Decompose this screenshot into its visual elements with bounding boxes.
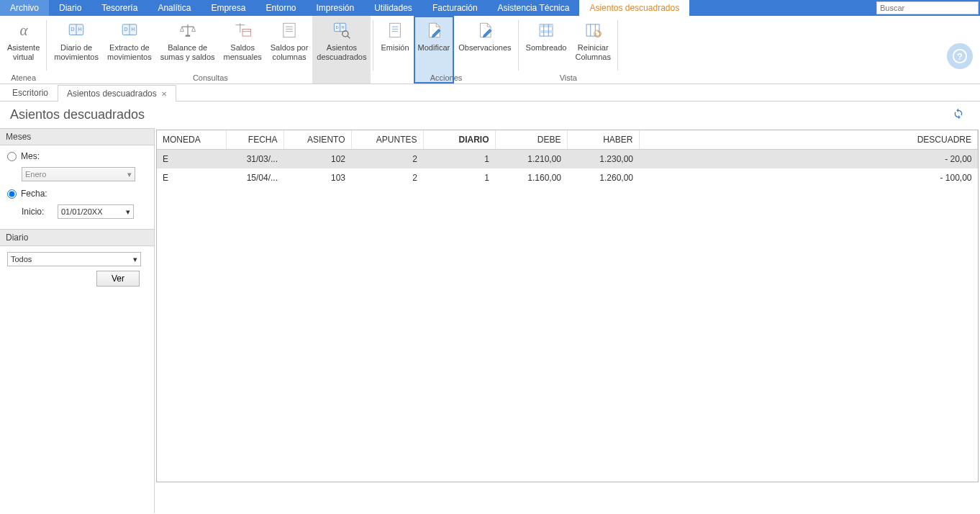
grid-container: MONEDAFECHAASIENTOAPUNTESDIARIODEBEHABER…	[155, 128, 980, 513]
page-title: Asientos descuadrados	[10, 107, 145, 122]
reset-cols-icon	[581, 20, 604, 40]
svg-line-25	[348, 36, 350, 38]
menu-item-asistencia-t-cnica[interactable]: Asistencia Técnica	[488, 0, 580, 16]
chevron-down-icon: ▾	[126, 207, 130, 217]
ribbon-group-vista: SombreadoReiniciarColumnasVista	[519, 16, 618, 84]
table-cell: 31/03/...	[226, 150, 283, 169]
menu-item-asientos-descuadrados[interactable]: Asientos descuadrados	[579, 0, 689, 16]
ribbon-btn-label: Diario demovimientos	[54, 43, 99, 61]
col-header-apuntes[interactable]: APUNTES	[351, 130, 423, 150]
col-header-debe[interactable]: DEBE	[495, 130, 567, 150]
ribbon-btn-label: Balance desumas y saldos	[160, 43, 215, 61]
shade-grid-icon	[535, 20, 558, 40]
doc-edit-icon	[422, 20, 445, 40]
radio-mes-label: Mes:	[21, 151, 40, 161]
menu-item-archivo[interactable]: Archivo	[0, 0, 49, 16]
svg-text:H: H	[78, 27, 82, 32]
radio-mes[interactable]	[7, 152, 17, 161]
ribbon-btn-label: Observaciones	[458, 43, 511, 53]
svg-rect-26	[390, 23, 401, 37]
refresh-icon[interactable]	[953, 108, 964, 122]
doc-lines-icon	[384, 20, 407, 40]
date-inicio[interactable]: 01/01/20XX ▾	[58, 204, 134, 219]
svg-text:D: D	[335, 25, 338, 30]
doc-tab-label: Asientos descuadrados	[67, 89, 157, 99]
col-header-haber[interactable]: HABER	[567, 130, 639, 150]
chevron-down-icon: ▾	[127, 170, 132, 179]
help-button[interactable]: ?	[947, 43, 973, 69]
col-header-asiento[interactable]: ASIENTO	[283, 130, 351, 150]
menu-spacer	[689, 0, 876, 16]
table-cell: 1.260,00	[567, 168, 639, 187]
combo-diario[interactable]: Todos ▾	[7, 252, 141, 266]
table-cell: - 100,00	[639, 168, 978, 187]
menu-item-impresi-n[interactable]: Impresión	[306, 0, 364, 16]
ribbon-btn-label: ReiniciarColumnas	[575, 43, 611, 61]
svg-rect-14	[242, 29, 250, 36]
combo-mes-value: Enero	[25, 170, 46, 179]
table-cell: E	[157, 168, 226, 187]
ribbon-group-consultas: DHDiario demovimientosDHExtracto demovim…	[47, 16, 373, 84]
close-icon[interactable]: ✕	[161, 90, 167, 98]
ribbon-group-acciones: EmisiónModificarObservacionesAcciones	[373, 16, 518, 84]
menu-item-utilidades[interactable]: Utilidades	[364, 0, 422, 16]
svg-text:H: H	[131, 27, 135, 32]
menu-item-anal-tica[interactable]: Analítica	[148, 0, 201, 16]
chevron-down-icon: ▾	[133, 255, 137, 264]
date-inicio-value: 01/01/20XX	[61, 207, 103, 216]
scales-cal-icon	[231, 20, 254, 40]
label-inicio: Inicio:	[22, 207, 50, 217]
table-cell: 1.210,00	[495, 150, 567, 169]
ver-button[interactable]: Ver	[96, 271, 140, 287]
svg-text:?: ?	[957, 51, 963, 62]
menu-bar: ArchivoDiarioTesoreríaAnalíticaEmpresaEn…	[0, 0, 980, 16]
table-cell: 2	[351, 168, 423, 187]
svg-rect-11	[185, 35, 190, 37]
col-header-fecha[interactable]: FECHA	[226, 130, 283, 150]
ribbon-group-atenea: αAsistentevirtualAtenea	[0, 16, 47, 84]
doc-tab-asientos-descuadrados[interactable]: Asientos descuadrados✕	[58, 85, 176, 102]
table-cell: 2	[351, 150, 423, 169]
menu-item-facturaci-n[interactable]: Facturación	[422, 0, 488, 16]
search-input[interactable]	[876, 1, 979, 14]
ribbon-group-label: Vista	[519, 73, 618, 82]
svg-text:H: H	[341, 25, 344, 30]
col-header-descuadre[interactable]: DESCUADRE	[639, 130, 978, 150]
table-row[interactable]: E15/04/...103211.160,001.260,00- 100,00	[157, 168, 978, 187]
ribbon-btn-label: Saldosmensuales	[224, 43, 262, 61]
ribbon-btn-label: Asistentevirtual	[7, 43, 40, 61]
menu-item-tesorer-a[interactable]: Tesorería	[91, 0, 148, 16]
ribbon: αAsistentevirtualAteneaDHDiario demovimi…	[0, 16, 980, 84]
svg-text:α: α	[19, 22, 28, 39]
data-grid[interactable]: MONEDAFECHAASIENTOAPUNTESDIARIODEBEHABER…	[156, 130, 979, 482]
menu-item-empresa[interactable]: Empresa	[201, 0, 255, 16]
svg-text:D: D	[71, 27, 75, 32]
ribbon-btn-label: Saldos porcolumnas	[271, 43, 309, 61]
table-row[interactable]: E31/03/...102211.210,001.230,00- 20,00	[157, 150, 978, 169]
table-cell: E	[157, 150, 226, 169]
dh-doc-icon: DH	[118, 20, 141, 40]
table-cell: 1.160,00	[495, 168, 567, 187]
ribbon-btn-label: Asientosdescuadrados	[317, 43, 366, 61]
svg-rect-31	[540, 24, 553, 27]
combo-mes[interactable]: Enero ▾	[22, 167, 135, 181]
ribbon-btn-label: Sombreado	[526, 43, 567, 53]
dh-doc-icon: DH	[65, 20, 88, 40]
table-cell: 102	[283, 150, 351, 169]
dh-search-icon: DH	[330, 20, 353, 40]
ribbon-btn-label: Modificar	[418, 43, 450, 53]
menu-item-entorno[interactable]: Entorno	[255, 0, 306, 16]
sidebar: Meses Mes: Enero ▾ Fecha: Inicio: 01/01/…	[0, 128, 155, 513]
ribbon-btn-label: Extracto demovimientos	[107, 43, 152, 61]
page-header: Asientos descuadrados	[0, 102, 980, 128]
col-header-moneda[interactable]: MONEDA	[157, 130, 226, 150]
svg-rect-16	[283, 23, 295, 37]
menu-item-diario[interactable]: Diario	[49, 0, 91, 16]
col-header-diario[interactable]: DIARIO	[423, 130, 495, 150]
svg-rect-32	[540, 30, 553, 33]
main-area: Meses Mes: Enero ▾ Fecha: Inicio: 01/01/…	[0, 128, 980, 513]
table-cell: 15/04/...	[226, 168, 283, 187]
columns-doc-icon	[278, 20, 301, 40]
doc-tab-escritorio[interactable]: Escritorio	[3, 84, 58, 101]
radio-fecha[interactable]	[7, 189, 17, 199]
